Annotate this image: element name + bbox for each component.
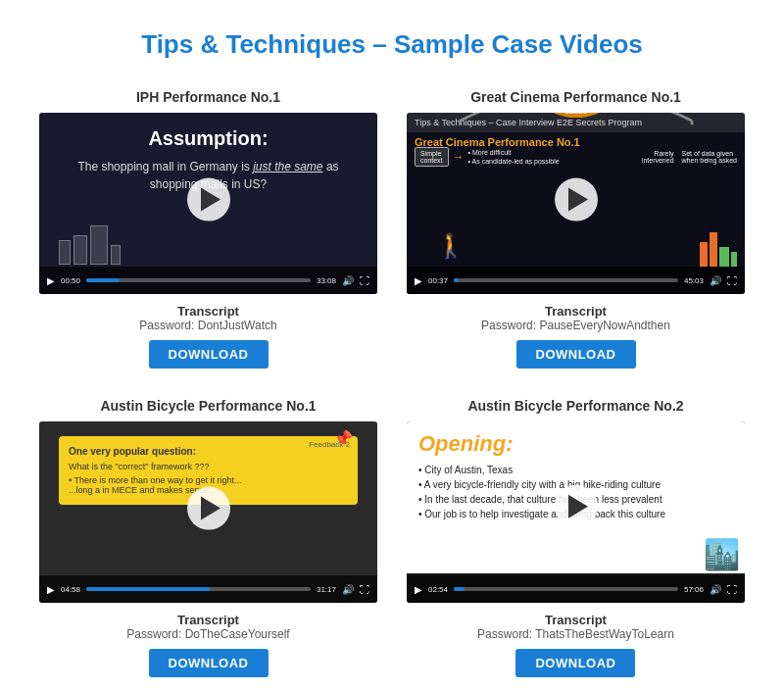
progress-track-4[interactable]	[454, 587, 678, 591]
progress-fill-1	[86, 278, 120, 282]
opening-title: Opening:	[418, 431, 733, 457]
transcript-label-2: Transcript	[481, 304, 670, 319]
video-info-3: Transcript Password: DoTheCaseYourself D…	[126, 613, 289, 677]
video-info-4: Transcript Password: ThatsTheBestWayToLe…	[477, 613, 674, 677]
assumption-title: Assumption:	[39, 127, 377, 150]
city-buildings	[700, 232, 737, 267]
play-icon-3[interactable]: ▶	[47, 584, 55, 595]
video-thumb-2[interactable]: Tips & Techniques – Case Interview E2E S…	[407, 113, 745, 294]
video-controls-1: ▶ 00:50 33:08 🔊 ⛶	[39, 267, 377, 294]
fullscreen-icon-2[interactable]: ⛶	[727, 275, 737, 286]
time-start-1: 00:50	[61, 276, 80, 285]
opening-item-1: City of Austin, Texas	[418, 463, 733, 477]
transcript-label-3: Transcript	[126, 613, 289, 627]
city-illustration: 🏙️	[704, 537, 740, 571]
play-icon-2[interactable]: ▶	[415, 275, 422, 286]
play-button-2[interactable]	[555, 177, 598, 221]
video-label-3: Austin Bicycle Performance No.1	[100, 398, 316, 414]
video-label-1: IPH Performance No.1	[136, 89, 280, 105]
time-end-3: 31:17	[317, 585, 336, 594]
download-button-2[interactable]: DOWNLOAD	[516, 340, 636, 369]
video-thumb-4[interactable]: Opening: City of Austin, Texas A very bi…	[407, 421, 745, 603]
progress-track-3[interactable]	[86, 587, 311, 591]
play-icon-1[interactable]: ▶	[47, 275, 55, 286]
password-text-4: Password: ThatsTheBestWayToLearn	[477, 627, 674, 641]
pin-icon: 📌	[333, 429, 353, 448]
person-icon: 🚶	[436, 232, 466, 260]
video-label-2: Great Cinema Performance No.1	[470, 89, 681, 105]
buildings-decoration	[59, 225, 121, 265]
progress-track-1[interactable]	[86, 278, 311, 282]
time-start-3: 04:58	[61, 585, 80, 594]
video-thumb-3[interactable]: Feedback 2 One very popular question: Wh…	[39, 421, 377, 603]
video-item-2: Great Cinema Performance No.1 Tips & Tec…	[407, 89, 745, 369]
progress-track-2[interactable]	[454, 278, 678, 282]
time-end-4: 57:06	[684, 585, 704, 594]
time-end-2: 45:03	[684, 276, 704, 285]
transcript-label-4: Transcript	[477, 613, 674, 627]
progress-fill-3	[86, 587, 210, 591]
volume-icon-4[interactable]: 🔊	[710, 584, 721, 595]
videos-grid: IPH Performance No.1 Assumption: The sho…	[39, 89, 745, 677]
video-item-1: IPH Performance No.1 Assumption: The sho…	[39, 89, 377, 369]
play-button-3[interactable]	[187, 486, 230, 529]
video-controls-4: ▶ 02:54 57:06 🔊 ⛶	[407, 575, 745, 603]
password-text-3: Password: DoTheCaseYourself	[126, 627, 289, 641]
time-start-4: 02:54	[428, 585, 448, 594]
cinema-diagram: Simplecontext → • More difficult • As ca…	[415, 147, 737, 167]
download-button-3[interactable]: DOWNLOAD	[149, 649, 269, 677]
card-q-title: One very popular question:	[69, 446, 348, 457]
video-controls-3: ▶ 04:58 31:17 🔊 ⛶	[39, 575, 377, 603]
password-text-2: Password: PauseEveryNowAndthen	[481, 319, 670, 332]
time-start-2: 00:37	[428, 276, 448, 285]
progress-fill-4	[454, 587, 465, 591]
volume-icon-3[interactable]: 🔊	[342, 584, 354, 595]
video-info-1: Transcript Password: DontJustWatch DOWNL…	[139, 304, 276, 369]
page-title: Tips & Techniques – Sample Case Videos	[39, 29, 745, 60]
transcript-label-1: Transcript	[139, 304, 276, 319]
play-icon-4[interactable]: ▶	[415, 584, 422, 595]
play-button-4[interactable]	[555, 485, 598, 528]
download-button-4[interactable]: DOWNLOAD	[515, 649, 635, 677]
progress-fill-2	[454, 278, 459, 282]
time-end-1: 33:08	[317, 276, 336, 285]
password-text-1: Password: DontJustWatch	[139, 319, 276, 332]
card-q-text: What is the "correct" framework ???	[69, 462, 348, 471]
video-label-4: Austin Bicycle Performance No.2	[467, 398, 683, 414]
video-info-2: Transcript Password: PauseEveryNowAndthe…	[481, 304, 670, 369]
play-button-1[interactable]	[187, 177, 230, 221]
video-thumb-1[interactable]: Assumption: The shopping mall in Germany…	[39, 113, 377, 294]
fullscreen-icon-3[interactable]: ⛶	[360, 584, 369, 595]
volume-icon-1[interactable]: 🔊	[342, 275, 354, 286]
video-controls-2: ▶ 00:37 45:03 🔊 ⛶	[407, 267, 745, 294]
volume-icon-2[interactable]: 🔊	[710, 275, 721, 286]
video-item-3: Austin Bicycle Performance No.1 Feedback…	[39, 398, 377, 677]
download-button-1[interactable]: DOWNLOAD	[149, 340, 269, 369]
fullscreen-icon-1[interactable]: ⛶	[360, 275, 369, 286]
fullscreen-icon-4[interactable]: ⛶	[727, 584, 737, 595]
video-item-4: Austin Bicycle Performance No.2 Opening:…	[407, 398, 745, 677]
